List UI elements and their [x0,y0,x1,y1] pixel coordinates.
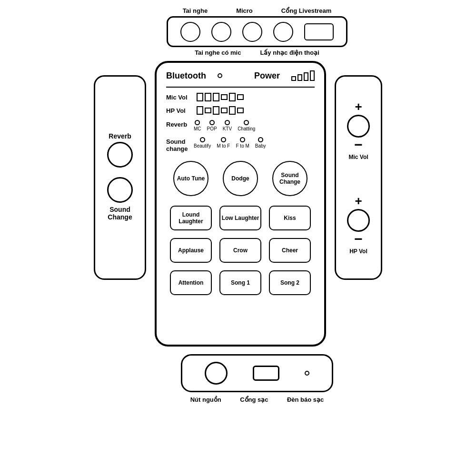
reverb-knob[interactable] [107,142,133,168]
mic-vol-label: Mic Vol [166,94,194,101]
reverb-circle-ktv [225,120,230,125]
hp-vol-bar-3 [213,106,219,115]
rect-row-1: Lound Laughter Low Laughter Kiss [166,206,315,230]
hp-vol-row: HP Vol [166,106,315,115]
crow-button[interactable]: Crow [219,238,261,263]
reverb-text-ktv: KTV [223,126,232,131]
power-bar-2 [298,74,302,81]
hp-vol-bar-5 [229,106,236,115]
hp-vol-bar-2 [205,108,211,113]
port-circle-4[interactable] [273,22,293,42]
dodge-button[interactable]: Dodge [223,161,258,196]
micro-label: Micro [236,7,253,14]
lound-laughter-button[interactable]: Lound Laughter [170,206,212,230]
sound-option-beautify[interactable]: Beautify [194,137,211,149]
main-row: Reverb Sound Change Bluetooth Power [5,61,471,347]
reverb-section: Reverb [107,132,133,168]
sound-circle-mtof [221,137,226,142]
mic-vol-bar-6 [237,94,244,100]
mic-vol-knob[interactable] [347,115,370,138]
bottom-section: Nút nguồn Cổng sạc Đèn báo sạc [162,354,314,403]
bluetooth-label: Bluetooth [166,71,206,81]
reverb-text-mc: MC [194,126,201,131]
reverb-options: MC POP KTV Chatting [194,120,255,131]
bt-power-row: Bluetooth Power [166,70,315,81]
reverb-circle-mc [195,120,200,125]
center-device: Bluetooth Power Mic Vol [155,61,326,347]
mic-vol-right-label: Mic Vol [348,154,368,160]
bottom-labels: Nút nguồn Cổng sạc Đèn báo sạc [181,396,333,403]
reverb-circle-chatting [244,120,249,125]
applause-button[interactable]: Applause [170,238,212,263]
top-bottom-labels: Tai nghe có mic Lấy nhạc điện thoại [162,49,352,56]
sound-change-knob[interactable] [107,177,133,203]
low-laughter-button[interactable]: Low Laughter [219,206,261,230]
mic-vol-plus-icon[interactable]: + [355,100,362,113]
mic-vol-minus-icon[interactable]: − [354,138,363,152]
cheer-button[interactable]: Cheer [269,238,311,263]
sound-text-mtof: M to F [217,143,230,149]
reverb-option-mc[interactable]: MC [194,120,201,131]
reverb-option-chatting[interactable]: Chatting [238,120,255,131]
sound-text-beautify: Beautify [194,143,211,149]
song2-button[interactable]: Song 2 [269,270,311,295]
charging-port [253,366,279,381]
kiss-button[interactable]: Kiss [269,206,311,230]
sound-option-mtof[interactable]: M to F [217,137,230,149]
attention-button[interactable]: Attention [170,270,212,295]
hp-vol-plus-icon[interactable]: + [355,195,362,207]
bottom-panel [181,354,333,392]
left-panel: Reverb Sound Change [94,75,146,280]
auto-tune-button[interactable]: Auto Tune [173,161,208,196]
sound-change-section: Sound Change [99,177,141,223]
mic-vol-row: Mic Vol [166,93,315,101]
sound-circle-beautify [200,137,205,142]
port-circle-2[interactable] [211,22,231,42]
tai-nghe-label: Tai nghe [183,7,208,14]
cong-sac-label: Cổng sạc [240,396,268,403]
port-circle-1[interactable] [180,22,200,42]
power-button[interactable] [205,362,228,385]
reverb-radio-row: Reverb MC POP KTV [166,120,315,131]
mic-vol-bar-2 [205,93,211,101]
power-bar-4 [310,70,315,81]
rect-row-3: Attention Song 1 Song 2 [166,270,315,295]
hp-vol-bar-6 [237,108,244,113]
mic-vol-bar-3 [213,93,219,101]
hp-vol-section: + − HP Vol [347,195,370,255]
reverb-option-ktv[interactable]: KTV [223,120,232,131]
sound-change-button[interactable]: Sound Change [272,161,307,196]
mic-vol-bar-5 [229,93,236,101]
sound-option-ftom[interactable]: F to M [236,137,249,149]
hp-vol-knob[interactable] [347,209,370,232]
reverb-label: Reverb [109,132,131,140]
mic-vol-bar-4 [221,94,228,100]
hp-vol-bar-1 [197,106,203,115]
hp-vol-bar-4 [221,108,228,113]
top-ports-panel [167,16,347,47]
song1-button[interactable]: Song 1 [219,270,261,295]
sound-circle-ftom [240,137,245,142]
hp-vol-minus-icon[interactable]: − [354,232,363,246]
sound-circle-baby [258,137,263,142]
port-circle-3[interactable] [242,22,262,42]
sound-option-baby[interactable]: Baby [255,137,266,149]
hp-vol-right-label: HP Vol [349,248,367,255]
reverb-text-pop: POP [207,126,217,131]
mic-vol-section: + − Mic Vol [347,100,370,160]
port-rect-livestream[interactable] [304,23,334,40]
sound-change-row-label: Sound change [166,138,194,152]
sound-change-options: Beautify M to F F to M Baby [194,137,266,149]
right-panel: + − Mic Vol + − HP Vol [335,75,382,280]
reverb-option-pop[interactable]: POP [207,120,217,131]
lay-nhac-label: Lấy nhạc điện thoại [260,49,319,56]
sound-change-label: Sound Change [99,206,141,221]
hp-vol-bars [197,106,244,115]
reverb-row-label: Reverb [166,121,194,128]
cong-livestream-label: Cổng Livestream [281,7,332,14]
reverb-circle-pop [209,120,215,125]
led-indicator [305,371,309,376]
power-label: Power [254,71,280,81]
hp-vol-label: HP Vol [166,107,194,114]
nut-nguon-label: Nút nguồn [190,396,221,403]
